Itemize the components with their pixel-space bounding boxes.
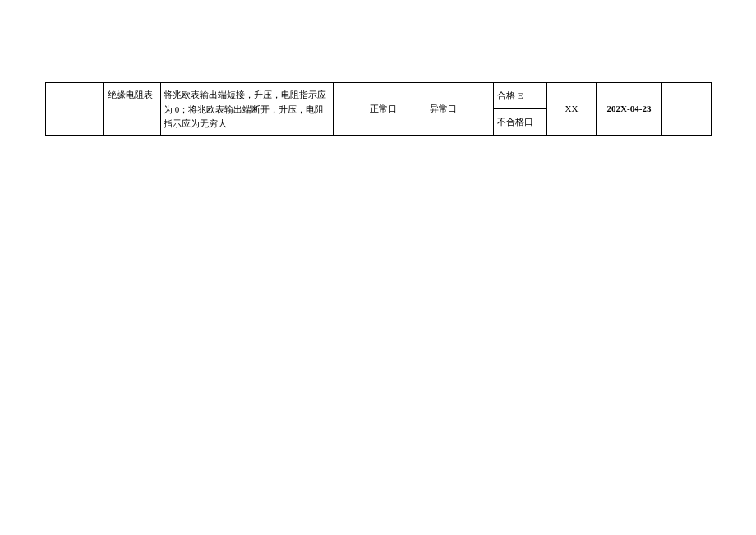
cell-date: 202X-04-23	[597, 83, 662, 136]
status-abnormal: 异常口	[430, 104, 457, 113]
cell-inspector: XX	[547, 83, 597, 136]
cell-status: 正常口异常口	[334, 83, 494, 136]
inspection-table: 绝缘电阻表 将兆欧表输出端短接，升压，电阻指示应为 0；将兆欧表输出端断开，升压…	[45, 82, 712, 136]
table-row: 绝缘电阻表 将兆欧表输出端短接，升压，电阻指示应为 0；将兆欧表输出端断开，升压…	[46, 83, 712, 136]
cell-index	[46, 83, 104, 136]
status-normal: 正常口	[370, 104, 397, 113]
cell-remark	[662, 83, 712, 136]
table-wrapper: 绝缘电阻表 将兆欧表输出端短接，升压，电阻指示应为 0；将兆欧表输出端断开，升压…	[45, 82, 711, 136]
cell-instrument: 绝缘电阻表	[104, 83, 161, 136]
result-pass: 合格 E	[494, 83, 546, 109]
result-fail: 不合格口	[494, 109, 546, 135]
cell-result: 合格 E 不合格口	[494, 83, 547, 136]
cell-method: 将兆欧表输出端短接，升压，电阻指示应为 0；将兆欧表输出端断开，升压，电阻指示应…	[161, 83, 334, 136]
